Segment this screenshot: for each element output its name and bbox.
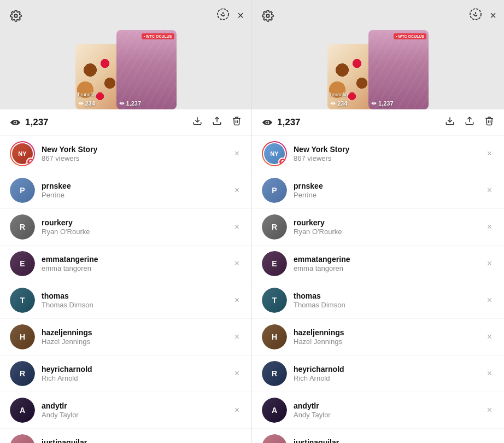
remove-viewer-button[interactable]: ×: [232, 220, 242, 234]
viewer-realname: emma tangoren: [42, 264, 232, 272]
viewer-username: rourkery: [294, 218, 485, 227]
story-thumbnails: brunofin 234 • WTC OCULUS 1,237: [327, 0, 429, 109]
remove-viewer-button[interactable]: ×: [232, 183, 242, 197]
viewer-realname: emma tangoren: [294, 264, 485, 272]
viewer-username: hazeljennings: [42, 328, 232, 337]
svg-point-0: [14, 14, 17, 18]
remove-viewer-button[interactable]: ×: [485, 183, 494, 197]
gear-icon[interactable]: [10, 10, 22, 24]
story-thumb-large: • WTC OCULUS 1,237: [116, 30, 177, 109]
viewer-item[interactable]: NYNew York Story867 viewers×: [252, 136, 504, 172]
viewer-realname: Rich Arnold: [294, 374, 485, 382]
location-badge: [26, 158, 35, 166]
viewer-item[interactable]: RheyricharnoldRich Arnold×: [0, 355, 251, 392]
viewer-info: heyricharnoldRich Arnold: [42, 365, 232, 382]
viewer-realname: Hazel Jennings: [42, 337, 232, 346]
avatar-wrapper: P: [262, 178, 287, 203]
viewer-item[interactable]: Eemmatangerineemma tangoren×: [252, 246, 504, 282]
avatar-wrapper: E: [10, 251, 35, 276]
viewer-info: New York Story867 viewers: [294, 145, 485, 162]
stats-actions: [445, 116, 494, 129]
remove-viewer-button[interactable]: ×: [485, 403, 494, 417]
remove-viewer-button[interactable]: ×: [232, 293, 242, 307]
viewer-item[interactable]: AandytlrAndy Taylor×: [0, 392, 251, 429]
svg-point-12: [373, 103, 374, 104]
avatar: J: [10, 434, 35, 443]
viewer-item[interactable]: HhazeljenningsHazel Jennings×: [0, 319, 251, 355]
avatar-wrapper: R: [262, 214, 287, 240]
viewer-item[interactable]: Eemmatangerineemma tangoren×: [0, 246, 251, 282]
avatar-wrapper: A: [262, 398, 287, 423]
viewer-username: heyricharnold: [42, 365, 232, 374]
viewer-realname: Andy Taylor: [294, 411, 485, 419]
share-button[interactable]: [212, 116, 222, 129]
remove-viewer-button[interactable]: ×: [485, 147, 494, 161]
delete-button[interactable]: [232, 116, 242, 129]
viewer-info: hazeljenningsHazel Jennings: [42, 328, 232, 346]
viewer-username: New York Story: [294, 145, 485, 154]
avatar-wrapper: H: [262, 324, 287, 349]
stats-actions: [192, 116, 242, 129]
viewer-item[interactable]: RrourkeryRyan O'Rourke×: [0, 209, 251, 246]
remove-viewer-button[interactable]: ×: [232, 366, 242, 381]
thumb-view-count: 234: [78, 100, 95, 107]
remove-viewer-button[interactable]: ×: [485, 330, 494, 344]
viewer-info: andytlrAndy Taylor: [294, 401, 485, 419]
share-button[interactable]: [465, 116, 474, 129]
viewer-username: rourkery: [42, 218, 232, 227]
viewer-item[interactable]: TthomasThomas Dimson×: [0, 282, 251, 319]
remove-viewer-button[interactable]: ×: [485, 440, 494, 443]
viewer-username: hazeljennings: [294, 328, 485, 337]
thumb-username: brunofin: [330, 92, 348, 97]
viewer-item[interactable]: AandytlrAndy Taylor×: [252, 392, 504, 429]
viewer-realname: Thomas Dimson: [294, 301, 485, 309]
viewer-item[interactable]: RrourkeryRyan O'Rourke×: [252, 209, 504, 246]
viewer-item[interactable]: JjustinaguilarJustin Aguilar×: [0, 429, 251, 443]
avatar-wrapper: T: [262, 288, 287, 313]
stats-bar: 1,237: [252, 109, 504, 136]
remove-viewer-button[interactable]: ×: [232, 147, 242, 161]
viewer-info: prnskeePerrine: [294, 182, 485, 199]
remove-viewer-button[interactable]: ×: [232, 330, 242, 344]
viewer-item[interactable]: JjustinaguilarJustin Aguilar×: [252, 429, 504, 443]
viewer-realname: Rich Arnold: [42, 374, 232, 382]
thumb-username: brunofin: [78, 92, 96, 97]
view-count-number: 1,237: [25, 117, 49, 128]
remove-viewer-button[interactable]: ×: [485, 220, 494, 234]
avatar: R: [262, 214, 287, 240]
preview-actions: ×: [469, 8, 496, 23]
eye-icon: [262, 118, 273, 127]
remove-viewer-button[interactable]: ×: [485, 257, 494, 271]
remove-viewer-button[interactable]: ×: [232, 403, 242, 417]
viewer-item[interactable]: PprnskeePerrine×: [252, 172, 504, 209]
close-preview-button[interactable]: ×: [237, 9, 244, 22]
viewer-item[interactable]: PprnskeePerrine×: [0, 172, 251, 209]
viewer-username: emmatangerine: [294, 255, 485, 264]
viewer-item[interactable]: NYNew York Story867 viewers×: [0, 136, 251, 172]
svg-point-13: [266, 121, 268, 123]
svg-point-11: [332, 103, 333, 104]
viewer-info: justinaguilarJustin Aguilar: [42, 438, 232, 443]
download-circle-icon[interactable]: [469, 8, 482, 23]
panel-left: × brunofin 234 • WTC OCULUS 1,237 1,237 …: [0, 0, 252, 443]
viewer-realname: Andy Taylor: [42, 411, 232, 419]
avatar: H: [10, 324, 35, 349]
gear-icon[interactable]: [262, 10, 274, 24]
delete-button[interactable]: [484, 116, 494, 129]
viewer-item[interactable]: HhazeljenningsHazel Jennings×: [252, 319, 504, 355]
viewer-item[interactable]: TthomasThomas Dimson×: [252, 282, 504, 319]
view-count: 1,237: [262, 117, 445, 128]
download-button[interactable]: [192, 116, 202, 129]
remove-viewer-button[interactable]: ×: [232, 257, 242, 271]
remove-viewer-button[interactable]: ×: [232, 440, 242, 443]
download-button[interactable]: [445, 116, 455, 129]
remove-viewer-button[interactable]: ×: [485, 293, 494, 307]
panel-right: × brunofin 234 • WTC OCULUS 1,237 1,237 …: [252, 0, 504, 443]
remove-viewer-button[interactable]: ×: [485, 366, 494, 381]
close-preview-button[interactable]: ×: [490, 9, 496, 22]
story-thumbnails: brunofin 234 • WTC OCULUS 1,237: [75, 0, 177, 109]
thumb-label: • WTC OCULUS: [394, 33, 426, 39]
viewer-item[interactable]: RheyricharnoldRich Arnold×: [252, 355, 504, 392]
preview-actions: ×: [216, 8, 244, 23]
download-circle-icon[interactable]: [216, 8, 230, 23]
